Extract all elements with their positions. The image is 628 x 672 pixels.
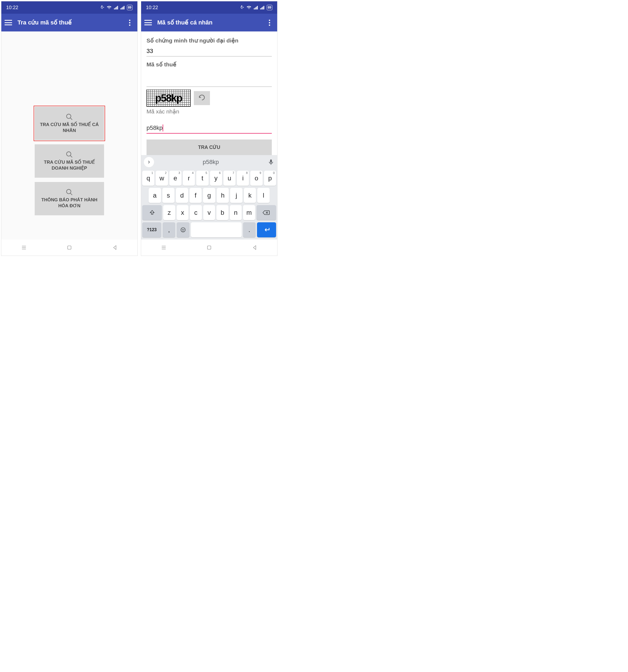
- battery-icon: 89: [267, 5, 272, 10]
- backspace-key[interactable]: [257, 205, 276, 220]
- lookup-personal-tax-button[interactable]: TRA CỨU MÃ SỐ THUẾ CÁ NHÂN: [35, 107, 104, 140]
- svg-rect-23: [261, 7, 262, 9]
- keyboard: q1w2e3r4t5y6u7i8o9p0 asdfghjkl zxcvbnm ?…: [141, 169, 277, 240]
- button-label: THÔNG BÁO PHÁT HÀNH HÓA ĐƠN: [37, 197, 102, 209]
- svg-rect-2: [116, 7, 117, 9]
- wifi-icon: [246, 5, 251, 10]
- svg-rect-4: [120, 8, 121, 9]
- app-bar: Tra cứu mã số thuế: [1, 14, 137, 31]
- id-input[interactable]: [146, 45, 272, 56]
- key-v[interactable]: v: [203, 205, 215, 220]
- expand-suggestions-icon[interactable]: [144, 157, 154, 167]
- key-y[interactable]: y6: [210, 171, 222, 186]
- overflow-menu-icon[interactable]: [127, 18, 132, 28]
- back-icon[interactable]: [251, 245, 258, 250]
- lookup-business-tax-button[interactable]: TRA CỨU MÃ SỐ THUẾ DOANH NGHIỆP: [35, 144, 104, 178]
- svg-rect-7: [124, 6, 124, 9]
- svg-rect-18: [254, 8, 255, 9]
- symbols-key[interactable]: ?123: [142, 222, 161, 237]
- svg-line-13: [70, 193, 72, 195]
- emoji-key[interactable]: [177, 222, 189, 237]
- home-icon[interactable]: [206, 245, 212, 250]
- key-j[interactable]: j: [230, 188, 242, 203]
- key-m[interactable]: m: [243, 205, 255, 220]
- key-u[interactable]: u7: [223, 171, 236, 186]
- key-x[interactable]: x: [177, 205, 189, 220]
- search-icon: [66, 188, 73, 196]
- key-k[interactable]: k: [244, 188, 256, 203]
- key-h[interactable]: h: [217, 188, 229, 203]
- signal-2-icon: [260, 6, 265, 9]
- phone-right: 10:22 89 Mã số thuế cá nhân Số chứng min…: [141, 1, 277, 256]
- period-key[interactable]: .: [243, 222, 256, 237]
- app-title: Tra cứu mã số thuế: [18, 19, 127, 26]
- recent-apps-icon[interactable]: [21, 245, 27, 250]
- captcha-text: p58kp: [155, 93, 182, 104]
- comma-key[interactable]: ,: [163, 222, 175, 237]
- key-p[interactable]: p0: [264, 171, 276, 186]
- svg-point-12: [67, 189, 71, 194]
- signal-1-icon: [114, 6, 118, 9]
- menu-icon[interactable]: [5, 20, 12, 25]
- key-c[interactable]: c: [190, 205, 202, 220]
- svg-rect-21: [257, 6, 258, 9]
- key-b[interactable]: b: [216, 205, 228, 220]
- svg-rect-5: [122, 7, 122, 9]
- svg-rect-24: [262, 7, 263, 9]
- suggestion-text[interactable]: p58kp: [154, 159, 267, 166]
- key-n[interactable]: n: [230, 205, 242, 220]
- enter-key[interactable]: [257, 222, 276, 237]
- invoice-notice-button[interactable]: THÔNG BÁO PHÁT HÀNH HÓA ĐƠN: [35, 182, 104, 215]
- captcha-label: Mã xác nhận: [146, 108, 272, 115]
- form-area: Số chứng minh thư người đại diện Mã số t…: [141, 31, 277, 155]
- svg-point-28: [184, 229, 184, 230]
- home-icon[interactable]: [66, 245, 72, 250]
- key-o[interactable]: o9: [250, 171, 262, 186]
- tax-input[interactable]: [146, 76, 272, 87]
- status-bar: 10:22 89: [1, 1, 137, 14]
- key-e[interactable]: e3: [169, 171, 182, 186]
- overflow-menu-icon[interactable]: [267, 18, 272, 28]
- key-l[interactable]: l: [257, 188, 270, 203]
- key-d[interactable]: d: [176, 188, 188, 203]
- svg-line-9: [70, 118, 72, 120]
- refresh-captcha-button[interactable]: [194, 91, 210, 105]
- app-bar: Mã số thuế cá nhân: [141, 14, 277, 31]
- svg-point-8: [67, 114, 71, 118]
- svg-point-27: [182, 229, 183, 230]
- recent-apps-icon[interactable]: [161, 245, 167, 250]
- shift-key[interactable]: [142, 205, 162, 220]
- svg-rect-32: [208, 246, 211, 249]
- key-f[interactable]: f: [190, 188, 202, 203]
- key-z[interactable]: z: [163, 205, 175, 220]
- menu-icon[interactable]: [144, 20, 152, 25]
- svg-rect-25: [263, 6, 264, 9]
- id-label: Số chứng minh thư người đại diện: [146, 38, 272, 44]
- svg-rect-1: [115, 7, 116, 9]
- content-area: TRA CỨU MÃ SỐ THUẾ CÁ NHÂN TRA CỨU MÃ SỐ…: [1, 31, 137, 240]
- captcha-input[interactable]: p58kp: [146, 122, 272, 134]
- key-a[interactable]: a: [149, 188, 161, 203]
- svg-line-11: [70, 155, 72, 157]
- signal-2-icon: [120, 6, 125, 9]
- keyboard-suggestions: p58kp: [141, 155, 277, 169]
- key-g[interactable]: g: [203, 188, 215, 203]
- nav-bar: [1, 240, 137, 256]
- key-s[interactable]: s: [162, 188, 175, 203]
- space-key[interactable]: [191, 222, 242, 237]
- key-i[interactable]: i8: [237, 171, 249, 186]
- key-r[interactable]: r4: [183, 171, 195, 186]
- svg-rect-0: [114, 8, 115, 9]
- mic-icon[interactable]: [267, 159, 274, 166]
- search-icon: [66, 151, 73, 158]
- key-w[interactable]: w2: [156, 171, 168, 186]
- submit-button[interactable]: TRA CỨU: [146, 140, 272, 155]
- undo-icon: [198, 94, 206, 102]
- key-q[interactable]: q1: [142, 171, 154, 186]
- wifi-icon: [106, 5, 112, 10]
- svg-rect-3: [117, 6, 118, 9]
- svg-rect-6: [123, 7, 123, 9]
- key-t[interactable]: t5: [196, 171, 208, 186]
- back-icon[interactable]: [112, 245, 118, 250]
- button-label: TRA CỨU MÃ SỐ THUẾ CÁ NHÂN: [37, 122, 102, 134]
